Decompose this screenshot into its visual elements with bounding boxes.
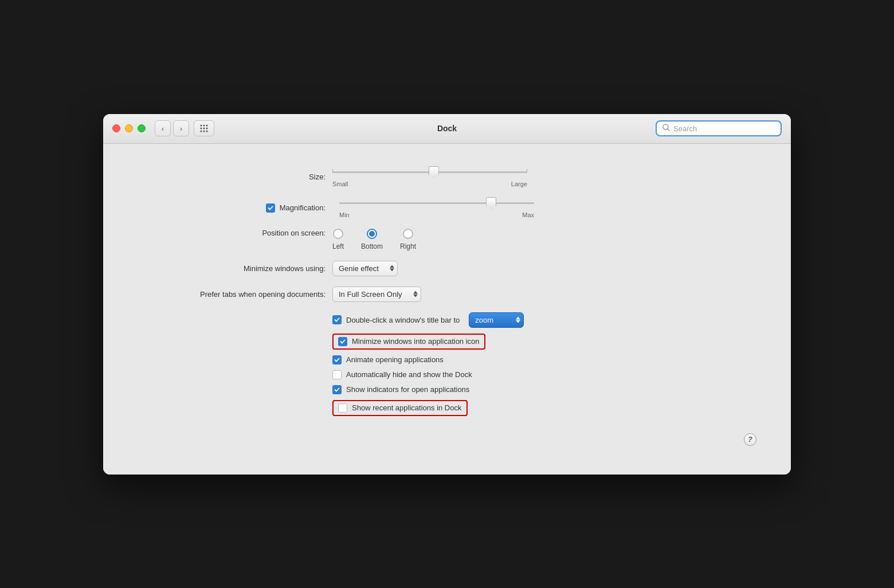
mag-slider-labels: Min Max bbox=[339, 211, 534, 218]
forward-button[interactable]: › bbox=[173, 120, 189, 136]
position-right-radio[interactable] bbox=[403, 229, 413, 239]
svg-point-6 bbox=[201, 131, 202, 132]
animate-opening-checkbox[interactable] bbox=[332, 355, 342, 364]
minimize-effect-select[interactable]: Genie effect Scale effect bbox=[332, 261, 398, 276]
animate-opening-row: Animate opening applications bbox=[332, 355, 756, 364]
content-area: Size: Small Large bbox=[103, 144, 791, 475]
svg-point-7 bbox=[203, 131, 205, 132]
position-row: Position on screen: Left Bottom Right bbox=[138, 229, 756, 250]
close-button[interactable] bbox=[112, 124, 120, 132]
magnification-label: Magnification: bbox=[280, 203, 326, 212]
auto-hide-row: Automatically hide and show the Dock bbox=[332, 370, 756, 379]
size-small-label: Small bbox=[332, 181, 348, 187]
position-label: Position on screen: bbox=[138, 229, 332, 237]
mag-slider-container: Min Max bbox=[339, 198, 534, 218]
size-slider-track[interactable] bbox=[332, 167, 527, 178]
preferences-window: ‹ › Dock bbox=[103, 114, 791, 475]
show-recent-row: Show recent applications in Dock bbox=[332, 400, 756, 416]
show-recent-label: Show recent applications in Dock bbox=[352, 403, 462, 412]
svg-point-4 bbox=[203, 128, 205, 130]
minimize-into-icon-label: Minimize windows into application icon bbox=[352, 337, 480, 346]
mag-slider-track[interactable] bbox=[339, 198, 534, 209]
show-recent-highlight: Show recent applications in Dock bbox=[332, 400, 468, 416]
position-right[interactable]: Right bbox=[400, 229, 416, 250]
position-radio-group: Left Bottom Right bbox=[332, 229, 416, 250]
magnification-row: Magnification: Min Max bbox=[138, 198, 756, 218]
size-slider-container: Small Large bbox=[332, 167, 527, 187]
position-left-radio[interactable] bbox=[333, 229, 343, 239]
maximize-button[interactable] bbox=[138, 124, 146, 132]
position-bottom-label: Bottom bbox=[361, 242, 383, 250]
search-input[interactable] bbox=[673, 124, 775, 133]
double-click-checkbox[interactable] bbox=[332, 315, 342, 324]
auto-hide-checkbox[interactable] bbox=[332, 370, 342, 379]
prefer-tabs-row: Prefer tabs when opening documents: In F… bbox=[138, 287, 756, 302]
svg-line-10 bbox=[668, 129, 669, 131]
back-button[interactable]: ‹ bbox=[155, 120, 171, 136]
double-click-row: Double-click a window's title bar to zoo… bbox=[332, 312, 756, 328]
size-large-label: Large bbox=[511, 181, 527, 187]
minimize-into-icon-checkbox[interactable] bbox=[338, 337, 347, 346]
nav-buttons: ‹ › bbox=[155, 120, 214, 136]
size-slider-thumb[interactable] bbox=[429, 166, 439, 179]
minimize-using-label: Minimize windows using: bbox=[138, 264, 332, 273]
size-label: Size: bbox=[138, 173, 332, 181]
svg-point-8 bbox=[206, 131, 208, 132]
prefer-tabs-label: Prefer tabs when opening documents: bbox=[138, 290, 332, 299]
position-right-label: Right bbox=[400, 242, 416, 250]
svg-point-1 bbox=[203, 125, 205, 127]
mag-max-label: Max bbox=[522, 211, 534, 218]
titlebar: ‹ › Dock bbox=[103, 114, 791, 144]
minimize-button[interactable] bbox=[125, 124, 133, 132]
magnification-checkbox[interactable] bbox=[266, 203, 275, 213]
svg-point-0 bbox=[201, 125, 202, 127]
size-row: Size: Small Large bbox=[138, 167, 756, 187]
minimize-using-row: Minimize windows using: Genie effect Sca… bbox=[138, 261, 756, 276]
position-bottom-radio[interactable] bbox=[367, 229, 377, 239]
grid-view-button[interactable] bbox=[194, 120, 214, 136]
mag-min-label: Min bbox=[339, 211, 350, 218]
svg-point-3 bbox=[201, 128, 202, 130]
double-click-action-select-wrapper[interactable]: zoom minimize bbox=[469, 312, 524, 328]
prefer-tabs-select-wrapper[interactable]: In Full Screen Only Always Never bbox=[332, 287, 421, 302]
svg-point-2 bbox=[206, 125, 208, 127]
position-left[interactable]: Left bbox=[332, 229, 344, 250]
mag-label-area: Magnification: bbox=[138, 203, 332, 213]
show-indicators-label: Show indicators for open applications bbox=[346, 385, 469, 394]
svg-point-5 bbox=[206, 128, 208, 130]
show-indicators-checkbox[interactable] bbox=[332, 385, 342, 394]
minimize-effect-select-wrapper[interactable]: Genie effect Scale effect bbox=[332, 261, 398, 276]
position-bottom-dot bbox=[369, 231, 375, 237]
search-icon bbox=[662, 124, 670, 133]
window-title: Dock bbox=[437, 124, 457, 133]
prefer-tabs-select[interactable]: In Full Screen Only Always Never bbox=[332, 287, 421, 302]
position-left-label: Left bbox=[332, 242, 344, 250]
animate-opening-label: Animate opening applications bbox=[346, 355, 444, 364]
search-box[interactable] bbox=[656, 120, 782, 136]
double-click-label: Double-click a window's title bar to bbox=[346, 316, 460, 324]
minimize-into-icon-highlight: Minimize windows into application icon bbox=[332, 334, 485, 350]
mag-slider-line bbox=[339, 202, 534, 204]
minimize-into-icon-row: Minimize windows into application icon bbox=[332, 334, 756, 350]
mag-slider-thumb[interactable] bbox=[486, 197, 496, 210]
auto-hide-label: Automatically hide and show the Dock bbox=[346, 370, 472, 379]
size-slider-labels: Small Large bbox=[332, 181, 527, 187]
help-button[interactable]: ? bbox=[744, 433, 756, 446]
double-click-action-select[interactable]: zoom minimize bbox=[469, 312, 524, 328]
traffic-lights bbox=[112, 124, 146, 132]
bottom-area: ? bbox=[138, 422, 756, 452]
position-bottom[interactable]: Bottom bbox=[361, 229, 383, 250]
show-recent-checkbox[interactable] bbox=[338, 403, 347, 413]
show-indicators-row: Show indicators for open applications bbox=[332, 385, 756, 394]
